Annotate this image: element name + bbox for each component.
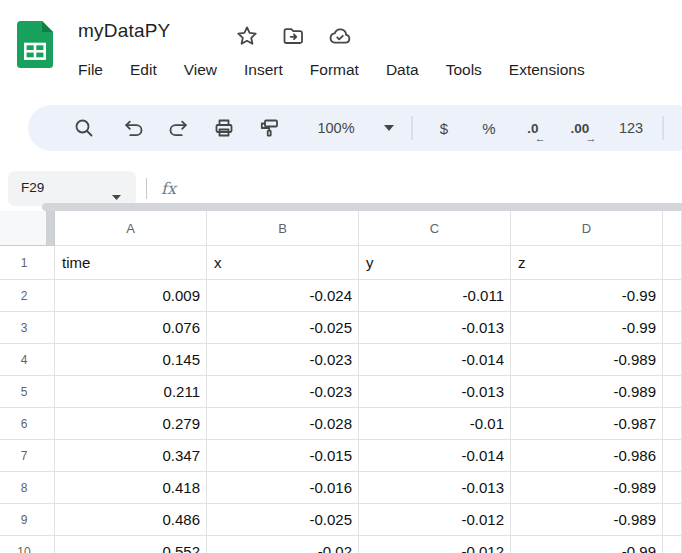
percent-format-button[interactable]: % [482, 120, 495, 137]
cell-A1[interactable]: time [55, 246, 207, 280]
column-header-C[interactable]: C [359, 211, 511, 246]
column-header-A[interactable]: A [55, 211, 207, 246]
cell-C8[interactable]: -0.013 [359, 472, 511, 504]
cell-C1[interactable]: y [359, 246, 511, 280]
zoom-select[interactable]: 100% [317, 120, 354, 136]
cell-A4[interactable]: 0.145 [55, 344, 207, 376]
row-header-2[interactable]: 2 [0, 280, 55, 312]
paint-format-icon[interactable] [257, 116, 281, 140]
row-header-8[interactable]: 8 [0, 472, 55, 504]
cell-C5[interactable]: -0.013 [359, 376, 511, 408]
row-header-10[interactable]: 10 [0, 536, 55, 553]
cell-D5[interactable]: -0.989 [511, 376, 663, 408]
cell-E3[interactable] [663, 312, 682, 344]
cell-C2[interactable]: -0.011 [359, 280, 511, 312]
currency-format-button[interactable]: $ [440, 120, 448, 137]
cell-B1[interactable]: x [207, 246, 359, 280]
sheets-logo-icon[interactable] [17, 21, 53, 72]
cell-B6[interactable]: -0.028 [207, 408, 359, 440]
decrease-decimal-button[interactable]: .0← [527, 121, 538, 136]
cell-E10[interactable] [663, 536, 682, 553]
increase-decimal-button[interactable]: .00→ [571, 121, 590, 136]
name-box[interactable]: F29 [8, 171, 136, 206]
menu-file[interactable]: File [78, 61, 103, 79]
cell-A6[interactable]: 0.279 [55, 408, 207, 440]
cell-A2[interactable]: 0.009 [55, 280, 207, 312]
document-title[interactable]: myDataPY [78, 20, 170, 42]
row-header-9[interactable]: 9 [0, 504, 55, 536]
menu-data[interactable]: Data [386, 61, 419, 79]
row-header-4[interactable]: 4 [0, 344, 55, 376]
cell-A8[interactable]: 0.418 [55, 472, 207, 504]
cell-A3[interactable]: 0.076 [55, 312, 207, 344]
menu-tools[interactable]: Tools [446, 61, 482, 79]
cell-D2[interactable]: -0.99 [511, 280, 663, 312]
cell-C9[interactable]: -0.012 [359, 504, 511, 536]
cell-E4[interactable] [663, 344, 682, 376]
cell-C3[interactable]: -0.013 [359, 312, 511, 344]
print-icon[interactable] [212, 116, 236, 140]
cell-E9[interactable] [663, 504, 682, 536]
cell-B2[interactable]: -0.024 [207, 280, 359, 312]
cell-B8[interactable]: -0.016 [207, 472, 359, 504]
cell-E1[interactable] [663, 246, 682, 280]
cell-D8[interactable]: -0.989 [511, 472, 663, 504]
cell-B7[interactable]: -0.015 [207, 440, 359, 472]
column-header-D[interactable]: D [511, 211, 663, 246]
grid-top-edge [42, 203, 682, 211]
cell-D3[interactable]: -0.99 [511, 312, 663, 344]
toolbar-divider [412, 116, 413, 140]
cell-E5[interactable] [663, 376, 682, 408]
menu-view[interactable]: View [184, 61, 217, 79]
cell-C7[interactable]: -0.014 [359, 440, 511, 472]
cell-A10[interactable]: 0.552 [55, 536, 207, 553]
cell-A5[interactable]: 0.211 [55, 376, 207, 408]
fx-icon: fx [161, 179, 176, 198]
undo-icon[interactable] [122, 116, 146, 140]
select-all-corner[interactable] [0, 211, 55, 246]
search-icon[interactable] [72, 116, 96, 140]
cell-A7[interactable]: 0.347 [55, 440, 207, 472]
cell-B10[interactable]: -0.02 [207, 536, 359, 553]
menu-insert[interactable]: Insert [244, 61, 283, 79]
row-header-6[interactable]: 6 [0, 408, 55, 440]
row-header-7[interactable]: 7 [0, 440, 55, 472]
cell-C4[interactable]: -0.014 [359, 344, 511, 376]
cell-A9[interactable]: 0.486 [55, 504, 207, 536]
row-header-3[interactable]: 3 [0, 312, 55, 344]
cell-D1[interactable]: z [511, 246, 663, 280]
star-icon[interactable] [235, 24, 259, 48]
cell-E8[interactable] [663, 472, 682, 504]
cell-C10[interactable]: -0.012 [359, 536, 511, 553]
cell-B3[interactable]: -0.025 [207, 312, 359, 344]
chevron-down-icon[interactable] [112, 186, 121, 204]
formula-input[interactable] [185, 171, 675, 206]
menu-format[interactable]: Format [310, 61, 359, 79]
chevron-down-icon[interactable] [384, 125, 394, 131]
redo-icon[interactable] [166, 116, 190, 140]
cell-B4[interactable]: -0.023 [207, 344, 359, 376]
cell-D10[interactable]: -0.99 [511, 536, 663, 553]
row-header-5[interactable]: 5 [0, 376, 55, 408]
menu-edit[interactable]: Edit [130, 61, 157, 79]
cell-E7[interactable] [663, 440, 682, 472]
cloud-check-icon[interactable] [327, 24, 351, 48]
cell-B5[interactable]: -0.023 [207, 376, 359, 408]
cell-D4[interactable]: -0.989 [511, 344, 663, 376]
cell-D9[interactable]: -0.989 [511, 504, 663, 536]
column-header-E[interactable] [663, 211, 682, 246]
cell-B9[interactable]: -0.025 [207, 504, 359, 536]
arrow-right-icon: → [585, 132, 596, 144]
cell-D6[interactable]: -0.987 [511, 408, 663, 440]
toolbar: 100% $ % .0← .00→ 123 De [28, 105, 682, 151]
cell-C6[interactable]: -0.01 [359, 408, 511, 440]
spreadsheet-grid: A B C D 1 time x y z 2 0.009 -0.024 -0.0… [0, 211, 682, 553]
menu-extensions[interactable]: Extensions [509, 61, 585, 79]
row-header-1[interactable]: 1 [0, 246, 55, 280]
cell-E2[interactable] [663, 280, 682, 312]
cell-D7[interactable]: -0.986 [511, 440, 663, 472]
cell-E6[interactable] [663, 408, 682, 440]
move-folder-icon[interactable] [281, 24, 305, 48]
more-formats-button[interactable]: 123 [619, 120, 643, 136]
column-header-B[interactable]: B [207, 211, 359, 246]
